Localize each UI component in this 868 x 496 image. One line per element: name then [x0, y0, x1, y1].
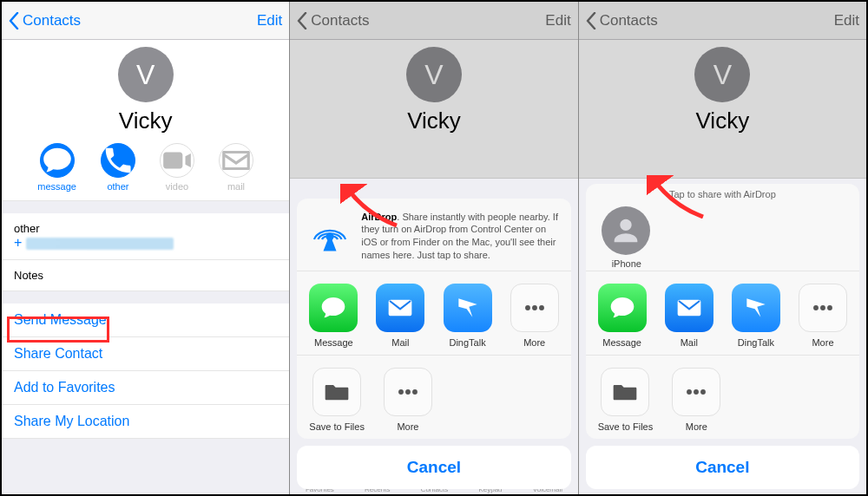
app-row-2: Save to Files More	[586, 356, 859, 439]
person-icon	[602, 206, 650, 255]
app-row-1: Message Mail DingTalk More	[586, 271, 859, 355]
mail-icon	[386, 294, 414, 322]
dingtalk-icon	[742, 294, 770, 322]
edit-button[interactable]: Edit	[257, 12, 282, 29]
phone-icon	[102, 144, 135, 177]
back-button[interactable]: Contacts	[9, 12, 81, 29]
notes-cell[interactable]: Notes	[2, 260, 289, 291]
chevron-left-icon	[586, 12, 596, 29]
svg-point-13	[694, 389, 699, 395]
cancel-button[interactable]: Cancel	[297, 446, 570, 489]
contact-name: Vicky	[2, 108, 289, 134]
action-video[interactable]: video	[160, 143, 194, 192]
svg-point-3	[532, 305, 537, 310]
chevron-left-icon	[9, 12, 19, 29]
contact-actions: message other video mail	[2, 143, 289, 192]
svg-point-5	[398, 389, 404, 395]
mail-icon	[220, 144, 253, 177]
back-button: Contacts	[297, 12, 369, 29]
action-message[interactable]: message	[37, 143, 76, 192]
phone-value-blurred	[26, 238, 174, 250]
add-favorites-link[interactable]: Add to Favorites	[2, 371, 289, 405]
message-icon	[319, 294, 347, 322]
airdrop-text: AirDrop. Share instantly with people nea…	[361, 211, 558, 262]
more-icon	[394, 378, 422, 406]
screen-share-sheet-airdrop-info: Contacts Edit V Vicky FavoritesRecentsCo…	[289, 2, 577, 494]
folder-icon	[611, 378, 639, 406]
airdrop-icon	[309, 211, 351, 256]
phone-cell[interactable]: other +	[2, 213, 289, 260]
svg-point-2	[525, 305, 530, 310]
dingtalk-icon	[454, 294, 482, 322]
svg-point-10	[820, 305, 825, 310]
share-mail[interactable]: Mail	[376, 284, 424, 348]
chevron-left-icon	[297, 12, 307, 29]
share-dingtalk[interactable]: DingTalk	[444, 284, 492, 348]
svg-point-11	[827, 305, 832, 310]
more-icon	[521, 294, 549, 322]
share-save-files[interactable]: Save to Files	[309, 368, 365, 432]
svg-point-4	[539, 305, 544, 310]
message-icon	[41, 144, 74, 177]
phone-label: other	[14, 222, 277, 235]
svg-point-9	[813, 305, 819, 310]
cancel-button[interactable]: Cancel	[586, 446, 859, 489]
avatar: V	[118, 47, 174, 102]
screen-contact-detail: Contacts Edit V Vicky message other vide…	[2, 2, 289, 494]
contact-name: Vicky	[579, 108, 866, 134]
message-icon	[608, 294, 636, 322]
share-location-link[interactable]: Share My Location	[2, 405, 289, 439]
airdrop-target[interactable]: iPhone	[586, 201, 859, 271]
folder-icon	[323, 378, 351, 406]
share-message[interactable]: Message	[598, 284, 647, 348]
share-message[interactable]: Message	[309, 284, 358, 348]
svg-point-6	[405, 389, 411, 395]
avatar: V	[694, 47, 750, 102]
action-call[interactable]: other	[101, 143, 135, 192]
contact-header: V Vicky message other video mail	[2, 40, 289, 201]
app-row-2: Save to Files More	[297, 356, 570, 439]
edit-button: Edit	[834, 12, 859, 29]
share-more-2[interactable]: More	[384, 368, 432, 432]
send-message-link[interactable]: Send Message	[2, 303, 289, 337]
share-more-1[interactable]: More	[510, 284, 559, 348]
action-mail[interactable]: mail	[219, 143, 253, 192]
share-more-1[interactable]: More	[799, 284, 847, 348]
share-save-files[interactable]: Save to Files	[598, 368, 654, 432]
share-contact-link[interactable]: Share Contact	[2, 337, 289, 371]
share-sheet: AirDrop. Share instantly with people nea…	[297, 199, 570, 489]
screen-share-sheet-target: Contacts Edit V Vicky Tap to share with …	[578, 2, 866, 494]
contact-name: Vicky	[290, 108, 577, 134]
airdrop-header: Tap to share with AirDrop	[586, 184, 859, 201]
back-button: Contacts	[586, 12, 658, 29]
back-label: Contacts	[23, 12, 81, 29]
mail-icon	[675, 294, 703, 322]
share-dingtalk[interactable]: DingTalk	[732, 284, 780, 348]
notes-label: Notes	[14, 269, 277, 282]
avatar: V	[406, 47, 462, 102]
svg-point-14	[700, 389, 706, 395]
share-mail[interactable]: Mail	[665, 284, 713, 348]
svg-point-12	[687, 389, 692, 395]
more-icon	[682, 378, 710, 406]
airdrop-info-row[interactable]: AirDrop. Share instantly with people nea…	[297, 199, 570, 271]
nav-bar: Contacts Edit	[290, 2, 577, 40]
app-row-1: Message Mail DingTalk More	[297, 271, 570, 355]
nav-bar: Contacts Edit	[2, 2, 289, 40]
video-icon	[161, 144, 194, 177]
airdrop-target-label: iPhone	[612, 258, 641, 269]
more-icon	[809, 294, 837, 322]
nav-bar: Contacts Edit	[579, 2, 866, 40]
edit-button: Edit	[545, 12, 570, 29]
svg-point-7	[412, 389, 418, 395]
share-more-2[interactable]: More	[672, 368, 720, 432]
share-sheet: Tap to share with AirDrop iPhone Message…	[586, 184, 859, 489]
